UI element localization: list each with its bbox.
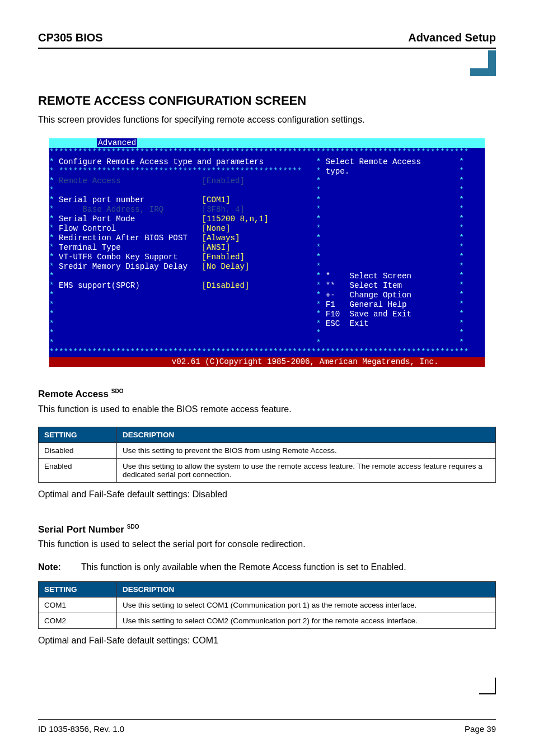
table-row: EnabledUse this setting to allow the sys… bbox=[39, 459, 496, 483]
setting-cell: COM2 bbox=[39, 613, 117, 628]
footer-right: Page 39 bbox=[465, 724, 496, 734]
serial-port-table: SETTING DESCRIPTION COM1Use this setting… bbox=[38, 581, 496, 629]
header-right: Advanced Setup bbox=[408, 31, 496, 44]
section-title: REMOTE ACCESS CONFIGURATION SCREEN bbox=[38, 94, 496, 108]
table-row: COM1Use this setting to select COM1 (Com… bbox=[39, 597, 496, 613]
serial-port-heading-text: Serial Port Number bbox=[38, 524, 124, 534]
remote-access-intro: This function is used to enable the BIOS… bbox=[38, 403, 496, 416]
th-setting: SETTING bbox=[39, 581, 117, 597]
setting-cell: Enabled bbox=[39, 459, 117, 483]
description-cell: Use this setting to allow the system to … bbox=[117, 459, 496, 483]
note-label: Note: bbox=[38, 562, 61, 572]
note-text: This function is only available when the… bbox=[81, 562, 406, 572]
header-left: CP305 BIOS bbox=[38, 31, 103, 44]
brand-corner-icon bbox=[470, 50, 496, 76]
serial-port-intro: This function is used to select the seri… bbox=[38, 538, 496, 550]
footer-left: ID 1035-8356, Rev. 1.0 bbox=[38, 724, 124, 734]
bios-screenshot: Advanced *******************************… bbox=[49, 138, 485, 367]
section-intro: This screen provides functions for speci… bbox=[38, 114, 496, 126]
serial-port-heading: Serial Port Number SDO bbox=[38, 524, 496, 535]
th-setting: SETTING bbox=[39, 427, 117, 443]
remote-access-table: SETTING DESCRIPTION DisabledUse this set… bbox=[38, 427, 496, 483]
header-rule bbox=[38, 48, 496, 49]
setting-cell: COM1 bbox=[39, 597, 117, 613]
table-row: DisabledUse this setting to prevent the … bbox=[39, 443, 496, 459]
serial-port-defaults: Optimal and Fail-Safe default settings: … bbox=[38, 634, 496, 647]
remote-access-heading: Remote Access SDO bbox=[38, 388, 496, 400]
description-cell: Use this setting to select COM1 (Communi… bbox=[117, 597, 496, 613]
serial-port-note: Note: This function is only available wh… bbox=[38, 562, 496, 572]
th-description: DESCRIPTION bbox=[117, 581, 496, 597]
description-cell: Use this setting to prevent the BIOS fro… bbox=[117, 443, 496, 459]
page-corner-icon bbox=[479, 678, 496, 694]
table-row: COM2Use this setting to select COM2 (Com… bbox=[39, 613, 496, 628]
remote-access-heading-text: Remote Access bbox=[38, 389, 109, 399]
sdo-superscript: SDO bbox=[127, 524, 139, 530]
remote-access-defaults: Optimal and Fail-Safe default settings: … bbox=[38, 488, 496, 501]
sdo-superscript: SDO bbox=[111, 388, 124, 394]
th-description: DESCRIPTION bbox=[117, 427, 496, 443]
description-cell: Use this setting to select COM2 (Communi… bbox=[117, 613, 496, 628]
setting-cell: Disabled bbox=[39, 443, 117, 459]
